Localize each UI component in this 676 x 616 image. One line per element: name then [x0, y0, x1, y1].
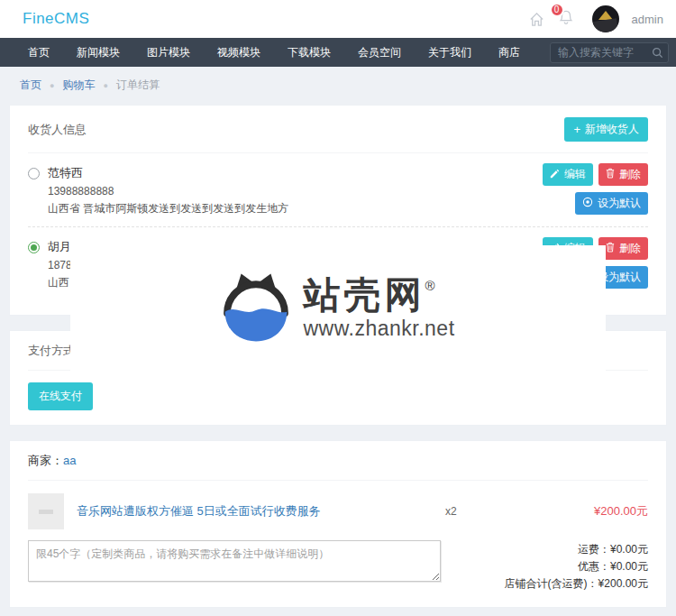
- address-radio-selected[interactable]: [28, 242, 40, 253]
- delete-address-button[interactable]: 删除: [598, 237, 648, 260]
- online-payment-button[interactable]: 在线支付: [28, 382, 93, 410]
- search-icon[interactable]: [651, 46, 664, 63]
- breadcrumb-separator: ●: [103, 81, 107, 90]
- shipping-row: 运费：¥0.00元: [441, 541, 648, 558]
- address-radio-unselected[interactable]: [28, 168, 40, 179]
- discount-value: ¥0.00元: [610, 560, 648, 573]
- main-nav: 首页 新闻模块 图片模块 视频模块 下载模块 会员空间 关于我们 商店: [0, 38, 676, 67]
- breadcrumb-home[interactable]: 首页: [20, 78, 41, 93]
- shipping-label: 运费：: [578, 543, 610, 556]
- watermark-brand: 站壳网®: [303, 277, 454, 314]
- trash-icon: [606, 168, 615, 181]
- shipping-value: ¥0.00元: [610, 543, 648, 556]
- breadcrumb-current: 订单结算: [116, 78, 160, 93]
- product-row: 音乐网站遭版权方催逼 5日或全面试行收费服务 x2 ¥200.00元: [28, 493, 648, 529]
- note-row: 运费：¥0.00元 优惠：¥0.00元 店铺合计(含运费)：¥200.00元: [28, 540, 648, 593]
- avatar[interactable]: [592, 5, 619, 32]
- nav-item-home[interactable]: 首页: [14, 38, 63, 67]
- search-box: [550, 42, 669, 63]
- add-consignee-label: 新增收货人: [585, 122, 639, 137]
- add-consignee-button[interactable]: + 新增收货人: [564, 117, 648, 142]
- shop-subtotal-label: 店铺合计(含运费)：: [505, 577, 598, 590]
- nav-item-downloads[interactable]: 下载模块: [274, 38, 344, 67]
- nav-items: 首页 新闻模块 图片模块 视频模块 下载模块 会员空间 关于我们 商店: [14, 38, 534, 67]
- app-logo[interactable]: FineCMS: [23, 10, 89, 28]
- watermark-text: 站壳网® www.zhankr.net: [303, 277, 454, 341]
- edit-address-button[interactable]: 编辑: [543, 163, 593, 186]
- order-note-textarea[interactable]: [28, 540, 441, 582]
- shop-subtotal-row: 店铺合计(含运费)：¥200.00元: [441, 575, 648, 593]
- notification-badge: 0: [550, 3, 564, 17]
- merchant-header: 商家：aa: [28, 453, 648, 481]
- delete-address-button[interactable]: 删除: [598, 163, 648, 186]
- nav-item-images[interactable]: 图片模块: [133, 38, 204, 67]
- consignee-header: 收货人信息 + 新增收货人: [28, 117, 648, 153]
- breadcrumb: 首页 ● 购物车 ● 订单结算: [0, 67, 676, 105]
- watermark-url: www.zhankr.net: [303, 317, 454, 341]
- target-circle-icon: [582, 197, 593, 210]
- nav-item-news[interactable]: 新闻模块: [63, 38, 133, 67]
- plus-icon: +: [573, 124, 580, 135]
- notifications-button[interactable]: 0: [558, 9, 574, 30]
- cat-bowl-logo-icon: [221, 267, 291, 352]
- product-price: ¥200.00元: [540, 503, 648, 519]
- edit-label: 编辑: [564, 167, 586, 182]
- set-default-label: 设为默认: [598, 196, 641, 211]
- address-item: 范特西 13988888888 山西省 晋城市阿斯顿发送到发送到发送到发生地方 …: [28, 153, 648, 226]
- shop-totals: 运费：¥0.00元 优惠：¥0.00元 店铺合计(含运费)：¥200.00元: [441, 540, 648, 593]
- breadcrumb-cart[interactable]: 购物车: [62, 78, 95, 93]
- product-thumbnail: [28, 493, 64, 529]
- discount-row: 优惠：¥0.00元: [441, 558, 648, 575]
- consignee-title: 收货人信息: [28, 122, 87, 138]
- home-icon[interactable]: [528, 11, 545, 28]
- breadcrumb-separator: ●: [50, 81, 54, 90]
- registered-mark: ®: [425, 278, 434, 293]
- username[interactable]: admin: [632, 13, 663, 26]
- delete-label: 删除: [619, 241, 641, 256]
- product-quantity: x2: [445, 505, 540, 518]
- nav-item-shop[interactable]: 商店: [485, 38, 534, 67]
- watermark-overlay: 站壳网® www.zhankr.net: [70, 245, 606, 372]
- merchant-label: 商家：: [28, 454, 63, 467]
- payment-title: 支付方式: [28, 343, 75, 359]
- merchant-panel: 商家：aa 音乐网站遭版权方催逼 5日或全面试行收费服务 x2 ¥200.00元…: [9, 440, 667, 608]
- edit-icon: [550, 169, 560, 181]
- consignee-name: 范特西: [48, 165, 83, 181]
- delete-label: 删除: [619, 167, 641, 182]
- address-actions: 编辑 删除 设为默认: [543, 163, 648, 215]
- product-title-link[interactable]: 音乐网站遭版权方催逼 5日或全面试行收费服务: [77, 503, 445, 519]
- top-header: FineCMS 0 admin: [0, 0, 676, 38]
- nav-item-about[interactable]: 关于我们: [415, 38, 485, 67]
- nav-item-member[interactable]: 会员空间: [344, 38, 415, 67]
- shop-subtotal-value: ¥200.00元: [598, 577, 648, 590]
- set-default-button[interactable]: 设为默认: [575, 192, 648, 215]
- discount-label: 优惠：: [578, 560, 610, 573]
- merchant-link[interactable]: aa: [63, 454, 76, 467]
- trash-icon: [606, 242, 615, 255]
- nav-item-videos[interactable]: 视频模块: [204, 38, 274, 67]
- consignee-name: 胡月: [48, 239, 71, 255]
- header-actions: 0 admin: [528, 5, 663, 32]
